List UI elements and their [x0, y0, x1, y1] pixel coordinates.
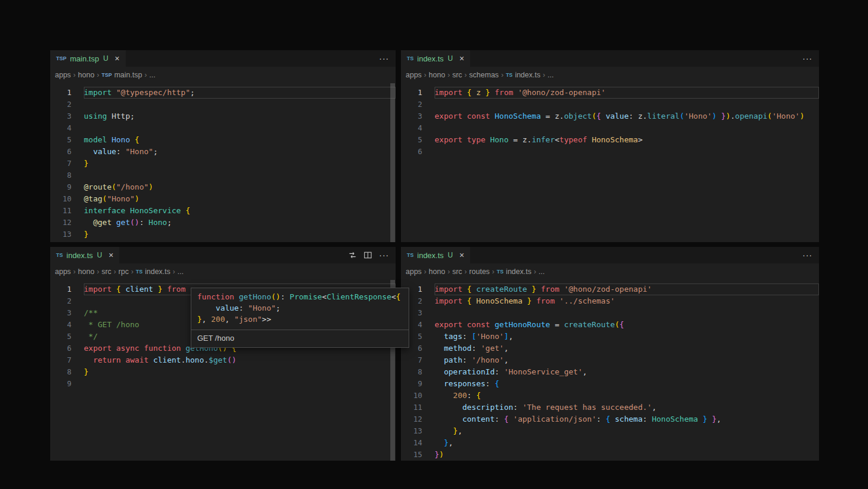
line-number[interactable]: 11: [50, 205, 71, 217]
line-number[interactable]: 9: [50, 181, 71, 193]
code-line[interactable]: 3: [401, 307, 819, 319]
line-number[interactable]: 6: [401, 146, 422, 158]
code-line[interactable]: 7 path: '/hono',: [401, 354, 819, 366]
code-line[interactable]: 2: [50, 99, 396, 110]
line-number[interactable]: 2: [50, 295, 71, 307]
code-line[interactable]: 3export const HonoSchema = z.object({ va…: [401, 110, 819, 122]
line-number[interactable]: 10: [401, 390, 422, 402]
code-line[interactable]: 9@route("/hono"): [50, 181, 396, 193]
line-number[interactable]: 13: [401, 425, 422, 437]
code-line[interactable]: 13 },: [401, 425, 819, 437]
line-number[interactable]: 8: [50, 169, 71, 181]
code-line[interactable]: 6: [401, 146, 819, 158]
tab-main-tsp[interactable]: TSP main.tsp U ×: [50, 50, 126, 67]
line-number[interactable]: 8: [401, 366, 422, 378]
line-number[interactable]: 8: [50, 366, 71, 378]
breadcrumb-item[interactable]: apps: [55, 71, 71, 79]
code-line[interactable]: 3using Http;: [50, 110, 396, 122]
line-number[interactable]: 7: [401, 354, 422, 366]
line-number[interactable]: 1: [50, 87, 71, 99]
line-number[interactable]: 5: [50, 331, 71, 343]
breadcrumb-item[interactable]: src: [452, 268, 462, 276]
close-icon[interactable]: ×: [115, 54, 119, 63]
line-number[interactable]: 4: [50, 319, 71, 331]
breadcrumb-item[interactable]: TSPmain.tsp: [102, 71, 142, 79]
scrollbar[interactable]: [390, 83, 395, 242]
line-number[interactable]: 10: [50, 193, 71, 205]
code-line[interactable]: 10 200: {: [401, 390, 819, 402]
code-line[interactable]: 10@tag("Hono"): [50, 193, 396, 205]
code-line[interactable]: 4: [401, 122, 819, 134]
close-icon[interactable]: ×: [459, 251, 464, 259]
code-line[interactable]: 9: [50, 378, 396, 390]
more-actions-icon[interactable]: ···: [379, 54, 389, 63]
breadcrumb-item[interactable]: routes: [469, 268, 490, 276]
code-line[interactable]: 6 method: 'get',: [401, 343, 819, 354]
breadcrumb-item[interactable]: ...: [539, 268, 544, 276]
tab-index-ts-rpc[interactable]: TS index.ts U ×: [50, 247, 119, 263]
code-line[interactable]: 4export const getHonoRoute = createRoute…: [401, 319, 819, 331]
code-line[interactable]: 12 @get get(): Hono;: [50, 217, 396, 229]
breadcrumb-item[interactable]: schemas: [469, 71, 499, 79]
line-number[interactable]: 7: [50, 354, 71, 366]
line-number[interactable]: 3: [50, 307, 71, 319]
code-line[interactable]: 1import { createRoute } from '@hono/zod-…: [401, 283, 819, 295]
code-line[interactable]: 5model Hono {: [50, 134, 396, 146]
code-line[interactable]: 15}): [401, 449, 819, 461]
line-number[interactable]: 15: [401, 449, 422, 461]
code-line[interactable]: 8 operationId: 'HonoService_get',: [401, 366, 819, 378]
code-line[interactable]: 8: [50, 169, 396, 181]
breadcrumb-item[interactable]: src: [102, 268, 112, 276]
code-line[interactable]: 11 description: 'The request has succeed…: [401, 402, 819, 413]
code-line[interactable]: 1import "@typespec/http";: [50, 87, 396, 99]
line-number[interactable]: 5: [50, 134, 71, 146]
breadcrumb-item[interactable]: rpc: [119, 268, 129, 276]
more-actions-icon[interactable]: ···: [802, 54, 812, 63]
code-editor[interactable]: 1import { z } from '@hono/zod-openapi'23…: [401, 83, 819, 242]
more-actions-icon[interactable]: ···: [379, 250, 389, 260]
line-number[interactable]: 12: [401, 413, 422, 425]
breadcrumb-item[interactable]: TSindex.ts: [497, 268, 531, 276]
breadcrumb-item[interactable]: ...: [547, 71, 553, 79]
line-number[interactable]: 11: [401, 402, 422, 413]
code-line[interactable]: 5 tags: ['Hono'],: [401, 331, 819, 343]
line-number[interactable]: 6: [50, 146, 71, 158]
code-line[interactable]: 1import { z } from '@hono/zod-openapi': [401, 87, 819, 99]
code-line[interactable]: 12 content: { 'application/json': { sche…: [401, 413, 819, 425]
line-number[interactable]: 14: [401, 437, 422, 449]
line-number[interactable]: 6: [50, 343, 71, 354]
code-line[interactable]: 2: [401, 99, 819, 110]
tab-index-ts-routes[interactable]: TS index.ts U ×: [401, 247, 470, 263]
line-number[interactable]: 3: [50, 110, 71, 122]
breadcrumb-item[interactable]: ...: [178, 268, 184, 276]
code-line[interactable]: 11interface HonoService {: [50, 205, 396, 217]
breadcrumb-item[interactable]: apps: [406, 268, 422, 276]
line-number[interactable]: 9: [50, 378, 71, 390]
breadcrumb-item[interactable]: src: [452, 71, 462, 79]
code-editor[interactable]: 1import "@typespec/http";23using Http;45…: [50, 83, 396, 242]
breadcrumb-item[interactable]: hono: [78, 71, 94, 79]
breadcrumb-item[interactable]: TSindex.ts: [506, 71, 541, 79]
open-changes-icon[interactable]: [348, 251, 357, 259]
code-line[interactable]: 8}: [50, 366, 396, 378]
line-number[interactable]: 2: [50, 99, 71, 110]
line-number[interactable]: 2: [401, 99, 422, 110]
breadcrumb-item[interactable]: hono: [78, 268, 94, 276]
line-number[interactable]: 4: [401, 122, 422, 134]
line-number[interactable]: 13: [50, 229, 71, 240]
breadcrumb-item[interactable]: apps: [55, 268, 71, 276]
split-editor-icon[interactable]: [364, 251, 372, 259]
code-line[interactable]: 14 },: [401, 437, 819, 449]
line-number[interactable]: 3: [401, 110, 422, 122]
more-actions-icon[interactable]: ···: [802, 250, 812, 260]
code-line[interactable]: 6 value: "Hono";: [50, 146, 396, 158]
code-line[interactable]: 5export type Hono = z.infer<typeof HonoS…: [401, 134, 819, 146]
code-line[interactable]: 4: [50, 122, 396, 134]
breadcrumb-item[interactable]: apps: [406, 71, 422, 79]
line-number[interactable]: 12: [50, 217, 71, 229]
line-number[interactable]: 9: [401, 378, 422, 390]
line-number[interactable]: 1: [50, 283, 71, 295]
code-line[interactable]: 2import { HonoSchema } from '../schemas': [401, 295, 819, 307]
line-number[interactable]: 5: [401, 134, 422, 146]
breadcrumb-item[interactable]: hono: [429, 71, 445, 79]
